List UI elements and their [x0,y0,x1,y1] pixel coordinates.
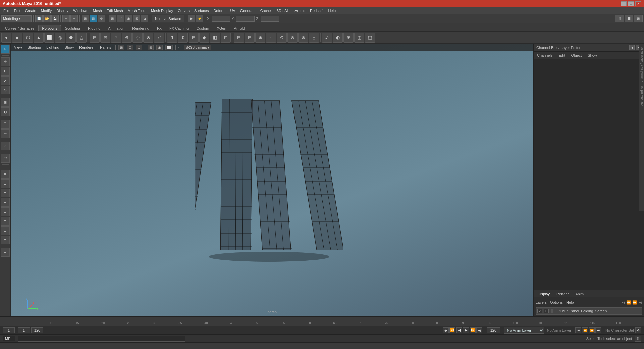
range-end-field[interactable]: 120 [31,327,43,333]
save-scene-button[interactable]: 💾 [51,15,59,22]
shelf-connect[interactable]: ⊙ [277,33,287,43]
menu-create[interactable]: Create [23,8,38,13]
shelf-separate[interactable]: ⊟ [100,33,110,43]
menu-deform[interactable]: Deform [211,8,227,13]
vp-frame-sel[interactable]: ⊙ [136,45,142,50]
layer-sub-tab-options[interactable]: Options [550,300,563,305]
vp-camera-select[interactable]: ⊞ [118,45,124,50]
layer-1-button[interactable]: ≡ [1,170,10,179]
layer-3-button[interactable]: ≡ [1,189,10,197]
vp-menu-renderer[interactable]: Renderer [78,45,96,50]
tab-fx[interactable]: FX [153,25,165,31]
layer-tab-display[interactable]: Display [536,291,552,297]
layer-sub-tab-help[interactable]: Help [566,300,574,305]
layer-panel-btn-3[interactable]: ⏩ [632,300,637,305]
shelf-bridge[interactable]: ⇕ [178,33,188,43]
layer-2-button[interactable]: ≡ [1,179,10,188]
char-set-options[interactable]: ⚙ [635,327,641,333]
vp-textured[interactable]: ⬜ [165,45,173,50]
step-forward-button[interactable]: ⏩ [470,327,476,333]
menu-edit[interactable]: Edit [12,8,22,13]
go-to-end-button[interactable]: ⏭ [476,327,482,333]
layer-tab-render[interactable]: Render [554,291,571,297]
layer-panel-btn-1[interactable]: ⏮ [621,300,625,305]
menu-generate[interactable]: Generate [238,8,258,13]
shelf-extract[interactable]: ⤴ [111,33,121,43]
menu-modify[interactable]: Modify [39,8,54,13]
show-manip-button[interactable]: ⊞ [1,98,10,107]
shelf-detach[interactable]: ⊘ [287,33,298,43]
tab-animation[interactable]: Animation [104,25,128,31]
shelf-wedge[interactable]: ◧ [210,33,220,43]
select-by-object-button[interactable]: ⊡ [90,15,97,22]
shelf-combine[interactable]: ⊞ [90,33,100,43]
rotate-tool-button[interactable]: ↻ [1,67,10,76]
scale-tool-button[interactable]: ⤢ [1,76,10,85]
shelf-pyramid[interactable]: △ [76,33,87,43]
shelf-extrude[interactable]: ⬆ [167,33,177,43]
select-by-component-button[interactable]: ⊙ [98,15,105,22]
channel-box-tab-channels[interactable]: Channels [536,53,554,58]
pref-button-2[interactable]: ☰ [625,15,633,22]
shelf-poke[interactable]: ◆ [199,33,209,43]
tab-xgen[interactable]: XGen [213,25,230,31]
tab-fx-caching[interactable]: FX Caching [166,25,192,31]
tab-sculpting[interactable]: Sculpting [61,25,84,31]
command-type-label[interactable]: MEL [3,336,15,341]
menu-redshift[interactable]: Redshift [308,8,325,13]
maximize-button[interactable]: □ [628,1,634,6]
tab-rendering[interactable]: Rendering [128,25,153,31]
vp-gamma-dropdown[interactable]: sRGB gamma ▾ [184,45,211,50]
vp-frame-all[interactable]: ⊡ [127,45,133,50]
command-input[interactable] [18,336,185,342]
tab-polygons[interactable]: Polygons [38,25,61,31]
current-frame-field[interactable]: 1 [3,327,15,333]
menu-uv[interactable]: UV [228,8,237,13]
shelf-append[interactable]: ⊞ [189,33,199,43]
lasso-select-button[interactable]: ⌒ [1,120,10,129]
shelf-cone[interactable]: ▲ [34,33,44,43]
channel-box-tab-show[interactable]: Show [586,53,598,58]
render-button[interactable]: ▶ [188,15,195,22]
layer-7-button[interactable]: ≡ [1,226,10,235]
snap-to-point-button[interactable]: ◉ [125,15,132,22]
shelf-offset-edge-loop[interactable]: ⊞ [245,33,255,43]
paint-select-button[interactable]: ✏ [1,129,10,138]
tab-arnold[interactable]: Arnold [230,25,249,31]
shelf-duplicate-face[interactable]: ⊡ [221,33,231,43]
vp-menu-lighting[interactable]: Lighting [45,45,61,50]
menu-help[interactable]: Help [326,8,338,13]
snap-to-surface-lt[interactable]: ⊿ [1,142,10,150]
channel-box-layer-editor-label[interactable]: Channel Box / Layer Editor [640,46,643,83]
snap-to-curve-button[interactable]: ⌒ [117,15,124,22]
layer-8-button[interactable]: ≡ [1,236,10,244]
layer-4-button[interactable]: ≡ [1,198,10,207]
layer-sub-tab-layers[interactable]: Layers [536,300,547,305]
move-tool-button[interactable]: ✛ [1,57,10,66]
redo-button[interactable]: ↪ [70,15,78,22]
shelf-slide-edge[interactable]: ↔ [266,33,276,43]
select-by-hierarchy-button[interactable]: ⊞ [82,15,89,22]
workspace-dropdown[interactable]: Modeling ▾ [1,15,32,22]
step-back-button[interactable]: ⏪ [449,327,455,333]
shelf-plane[interactable]: ⬜ [44,33,54,43]
menu-windows[interactable]: Windows [71,8,90,13]
shelf-paint-sel[interactable]: 🖌 [322,33,332,43]
menu-file[interactable]: File [1,8,11,13]
pref-button-3[interactable]: ⊞ [634,15,643,22]
anim-layer-btn-3[interactable]: ⏩ [589,327,595,333]
snap-to-surface-button[interactable]: ⊿ [141,15,148,22]
tab-rigging[interactable]: Rigging [84,25,104,31]
close-button[interactable]: ✕ [635,1,641,6]
channel-box-tab-object[interactable]: Object [570,53,583,58]
shelf-torus[interactable]: ◎ [55,33,65,43]
pref-button-1[interactable]: ⚙ [615,15,624,22]
shelf-insert-edge-loop[interactable]: ⊟ [234,33,244,43]
menu-mesh-tools[interactable]: Mesh Tools [126,8,148,13]
vp-menu-show[interactable]: Show [63,45,75,50]
snap-to-grid-button[interactable]: ⊞ [109,15,116,22]
layer-item[interactable]: V P ....:Four_Panel_Folding_Screen [536,307,642,315]
shelf-collapse[interactable]: ⌸ [309,33,319,43]
menu-edit-mesh[interactable]: Edit Mesh [105,8,125,13]
render-region-button[interactable]: ⬚ [1,154,10,163]
